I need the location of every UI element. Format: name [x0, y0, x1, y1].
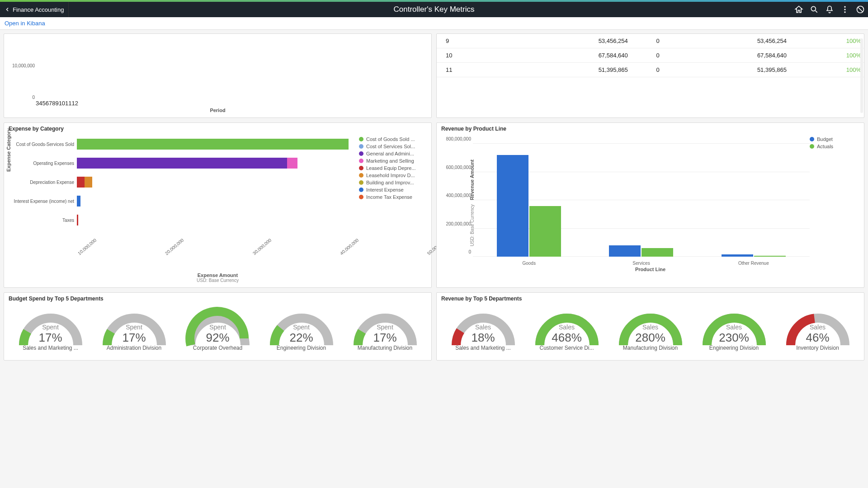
table-row[interactable]: 1151,395,865051,395,865100%: [437, 63, 864, 77]
period-chart: 010,000,000: [9, 37, 427, 100]
app-header: Finance Accounting Controller's Key Metr…: [0, 2, 868, 17]
gauge: Spent17%Administration Division: [96, 305, 173, 356]
gauge: Sales46%Inventory Division: [779, 305, 856, 356]
revenue-legend: BudgetActuals: [810, 135, 859, 266]
expense-xlabel: Expense Amount: [9, 272, 427, 278]
scrollbar[interactable]: [860, 38, 863, 113]
open-in-kibana-link[interactable]: Open in Kibana: [5, 20, 45, 27]
metrics-table: 953,456,254053,456,254100%1067,584,64006…: [437, 34, 864, 77]
card-title: Expense by Category: [9, 126, 427, 132]
bell-button[interactable]: [822, 2, 837, 17]
card-title: Budget Spend by Top 5 Departments: [9, 296, 427, 302]
gauge: Spent92%Corporate Overhead: [179, 305, 256, 356]
budget-gauges: Spent17%Sales and Marketing ... Spent17%…: [9, 305, 427, 356]
card-title: Revenue by Product Line: [441, 126, 859, 132]
card-title: Revenue by Top 5 Departments: [441, 296, 859, 302]
period-xaxis: 3456789101112: [9, 100, 427, 107]
gauge: Sales230%Engineering Division: [696, 305, 773, 356]
header-actions: [791, 2, 868, 17]
chevron-left-icon: [5, 7, 10, 12]
compass-icon: [856, 5, 865, 14]
period-xlabel: Period: [9, 108, 427, 113]
gauge: Spent17%Manufacturing Division: [347, 305, 424, 356]
card-period-chart: 010,000,000 3456789101112 Period: [4, 33, 432, 118]
search-button[interactable]: [807, 2, 822, 17]
more-vertical-icon: [840, 5, 849, 14]
card-table: 953,456,254053,456,254100%1067,584,64006…: [436, 33, 864, 118]
dashboard-grid: 010,000,000 3456789101112 Period 953,456…: [0, 30, 868, 364]
back-button[interactable]: Finance Accounting: [0, 2, 69, 17]
gauge: Spent17%Sales and Marketing ...: [12, 305, 89, 356]
svg-point-1: [844, 6, 845, 8]
page-title: Controller's Key Metrics: [394, 5, 475, 14]
sub-header: Open in Kibana: [0, 17, 868, 30]
home-button[interactable]: [791, 2, 807, 17]
help-button[interactable]: [853, 2, 868, 17]
card-budget-spend: Budget Spend by Top 5 Departments Spent1…: [4, 292, 432, 361]
expense-ylabel: Expense Category: [6, 128, 11, 172]
expense-legend: Cost of Goods Sold ...Cost of Services S…: [359, 135, 427, 252]
table-row[interactable]: 953,456,254053,456,254100%: [437, 34, 864, 48]
expense-chart: Expense Category Cost of Goods-Services …: [9, 135, 359, 252]
gauge: Sales18%Sales and Marketing ...: [445, 305, 522, 356]
revenue-chart: USD: Base Currency Revenue Amount 0200,0…: [441, 135, 810, 266]
expense-xlabel-sub: USD: Base Currency: [9, 278, 427, 283]
table-row[interactable]: 1067,584,640067,584,640100%: [437, 48, 864, 63]
bell-icon: [825, 5, 834, 14]
home-icon: [794, 5, 803, 14]
card-revenue-dept: Revenue by Top 5 Departments Sales18%Sal…: [436, 292, 864, 361]
card-revenue-product: Revenue by Product Line USD: Base Curren…: [436, 122, 864, 288]
svg-point-3: [844, 11, 845, 13]
revenue-gauges: Sales18%Sales and Marketing ... Sales468…: [441, 305, 859, 356]
svg-point-2: [844, 9, 845, 10]
card-expense-category: Expense by Category Expense Category Cos…: [4, 122, 432, 288]
gauge: Spent22%Engineering Division: [263, 305, 340, 356]
search-icon: [810, 5, 819, 14]
back-label: Finance Accounting: [13, 6, 64, 13]
gauge: Sales280%Manufacturing Division: [612, 305, 689, 356]
expense-xaxis: 10,000,00020,000,00030,000,00040,000,000…: [77, 252, 427, 257]
revenue-xlabel: Product Line: [441, 267, 859, 272]
svg-point-0: [811, 6, 816, 11]
more-button[interactable]: [837, 2, 853, 17]
gauge: Sales468%Customer Service Di...: [528, 305, 605, 356]
